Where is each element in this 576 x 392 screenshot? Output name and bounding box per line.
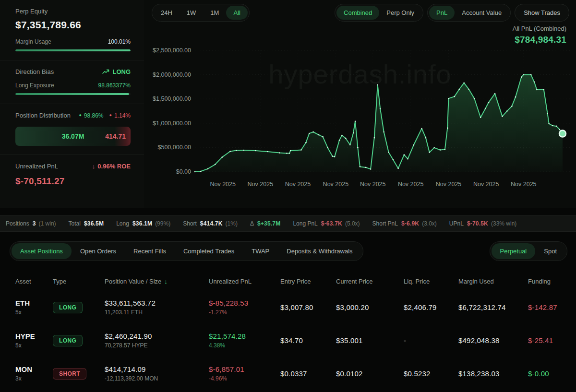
summary-long-pnl: Long PnL$-63.7K(5.0x) xyxy=(293,220,360,227)
tab-twap[interactable]: TWAP xyxy=(243,243,278,259)
positions-table: AssetTypePosition Value / Size↓Unrealize… xyxy=(0,272,576,390)
tab-combined[interactable]: Combined xyxy=(336,6,379,20)
tab-open-orders[interactable]: Open Orders xyxy=(72,243,125,259)
unrealized-pnl-label: Unrealized PnL xyxy=(15,163,58,170)
trend-up-icon xyxy=(102,69,109,74)
tab-perp-only[interactable]: Perp Only xyxy=(379,6,421,20)
svg-text:Nov 2025: Nov 2025 xyxy=(398,181,424,188)
svg-text:Nov 2025: Nov 2025 xyxy=(248,181,274,188)
margin-usage-value: 100.01% xyxy=(108,38,131,45)
long-pct: 98.86% xyxy=(84,112,104,119)
perp-equity-card: Perp Equity $7,351,789.66 Margin Usage 1… xyxy=(0,0,144,60)
tab-completed-trades[interactable]: Completed Trades xyxy=(175,243,243,259)
tab-deposits-withdrawals[interactable]: Deposits & Withdrawals xyxy=(278,243,361,259)
long-exposure-bar xyxy=(15,93,131,95)
svg-text:$2,500,000.00: $2,500,000.00 xyxy=(153,47,191,54)
direction-bias-card: Direction Bias LONG Long Exposure 98.863… xyxy=(0,60,144,104)
column-header-margin-used[interactable]: Margin Used xyxy=(458,278,528,285)
position-row-hype[interactable]: HYPE5xLONG$2,460,241.9070,278.57 HYPE$21… xyxy=(0,324,576,357)
distribution-bar: 36.07M 414.71 xyxy=(15,127,131,146)
direction-bias-value: LONG xyxy=(112,68,131,75)
short-dot-icon: ● xyxy=(109,113,112,118)
summary-total: Total$36.5M xyxy=(69,220,104,227)
margin-usage-label: Margin Usage xyxy=(15,38,51,45)
svg-text:$1,000,000.00: $1,000,000.00 xyxy=(153,120,191,127)
position-row-mon[interactable]: MON3xSHORT$414,714.09-12,113,392.00 MON$… xyxy=(0,357,576,390)
summary-positions: Positions3(1 win) xyxy=(6,220,56,227)
svg-text:$0.00: $0.00 xyxy=(176,168,191,175)
summary-long: Long$36.1M(99%) xyxy=(116,220,170,227)
section-tabs: Asset PositionsOpen OrdersRecent FillsCo… xyxy=(10,241,363,261)
svg-text:Nov 2025: Nov 2025 xyxy=(360,181,386,188)
table-header-row: AssetTypePosition Value / Size↓Unrealize… xyxy=(0,272,576,291)
tab-pnl[interactable]: PnL xyxy=(429,6,455,20)
positions-summary-bar: Positions3(1 win)Total$36.5MLong$36.1M(9… xyxy=(0,215,576,232)
unrealized-pnl-card: Unrealized PnL ↓ 0.96% ROE $-70,511.27 xyxy=(0,155,144,195)
svg-text:$500,000.00: $500,000.00 xyxy=(157,144,191,151)
margin-usage-bar xyxy=(15,49,131,51)
account-sidebar: Perp Equity $7,351,789.66 Margin Usage 1… xyxy=(0,0,144,208)
tab-24h[interactable]: 24H xyxy=(154,6,180,20)
time-range-tabs: 24H1W1MAll xyxy=(152,4,250,22)
svg-text:$1,500,000.00: $1,500,000.00 xyxy=(153,95,191,102)
tab-perpetual[interactable]: Perpetual xyxy=(492,243,536,259)
positions-section: Hyperdash Asset PositionsOpen OrdersRece… xyxy=(0,232,576,391)
summary-: Δ$+35.7M xyxy=(250,220,280,227)
svg-text:Nov 2025: Nov 2025 xyxy=(473,181,499,188)
column-header-entry-price[interactable]: Entry Price xyxy=(280,278,336,285)
position-distribution-card: Position Distribution ●98.86% ●1.14% 36.… xyxy=(0,104,144,155)
roe-down-arrow-icon: ↓ xyxy=(92,163,96,170)
unrealized-pnl-value: $-70,511.27 xyxy=(15,176,131,187)
column-header-position-value-size[interactable]: Position Value / Size↓ xyxy=(105,278,209,285)
combine-toggle: CombinedPerp Only xyxy=(335,4,423,22)
pnl-chart-panel: 24H1W1MAll CombinedPerp Only PnLAccount … xyxy=(144,0,576,208)
summary-upnl: UPnL$-70.5K(33% win) xyxy=(449,220,516,227)
show-trades-button[interactable]: Show Trades xyxy=(515,4,569,22)
pnl-chart-canvas[interactable]: $2,500,000.00$2,000,000.00$1,500,000.00$… xyxy=(147,27,573,196)
tab-1m[interactable]: 1M xyxy=(203,6,226,20)
column-header-liq-price[interactable]: Liq. Price xyxy=(404,278,458,285)
svg-text:Nov 2025: Nov 2025 xyxy=(285,181,311,188)
sort-down-icon: ↓ xyxy=(164,278,168,285)
roe-value: 0.96% ROE xyxy=(97,163,131,170)
svg-text:Nov 2025: Nov 2025 xyxy=(511,181,537,188)
column-header-current-price[interactable]: Current Price xyxy=(336,278,404,285)
direction-bias-label: Direction Bias xyxy=(15,68,54,75)
distribution-short-value: 414.71 xyxy=(105,127,126,146)
market-toggle: PerpetualSpot xyxy=(490,241,567,261)
column-header-asset[interactable]: Asset xyxy=(15,278,53,285)
section-tabs-row: Asset PositionsOpen OrdersRecent FillsCo… xyxy=(0,232,576,261)
column-header-funding[interactable]: Funding xyxy=(528,278,576,285)
summary-short: Short$414.7K(1%) xyxy=(183,220,238,227)
tab-account-value[interactable]: Account Value xyxy=(455,6,509,20)
svg-text:Nov 2025: Nov 2025 xyxy=(210,181,236,188)
table-body: ETH5xLONG$33,611,563.7211,203.11 ETH$-85… xyxy=(0,291,576,390)
perp-equity-label: Perp Equity xyxy=(15,8,131,15)
tab-spot[interactable]: Spot xyxy=(535,243,565,259)
tab-asset-positions[interactable]: Asset Positions xyxy=(12,243,72,259)
overview-panel: Perp Equity $7,351,789.66 Margin Usage 1… xyxy=(0,0,576,208)
summary-short-pnl: Short PnL$-6.9K(3.0x) xyxy=(372,220,437,227)
column-header-type[interactable]: Type xyxy=(53,278,105,285)
position-distribution-label: Position Distribution xyxy=(15,112,71,119)
position-row-eth[interactable]: ETH5xLONG$33,611,563.7211,203.11 ETH$-85… xyxy=(0,291,576,324)
tab-recent-fills[interactable]: Recent Fills xyxy=(125,243,175,259)
short-badge: SHORT xyxy=(53,368,86,380)
metric-toggle: PnLAccount Value xyxy=(427,4,511,22)
svg-text:Nov 2025: Nov 2025 xyxy=(436,181,462,188)
long-badge: LONG xyxy=(53,302,83,313)
column-header-unrealized-pnl[interactable]: Unrealized PnL xyxy=(209,278,280,285)
perp-equity-value: $7,351,789.66 xyxy=(15,19,131,31)
svg-text:Nov 2025: Nov 2025 xyxy=(323,181,349,188)
short-pct: 1.14% xyxy=(114,112,131,119)
long-dot-icon: ● xyxy=(79,113,81,118)
tab-1w[interactable]: 1W xyxy=(180,6,204,20)
tab-all[interactable]: All xyxy=(226,6,247,20)
svg-text:$2,000,000.00: $2,000,000.00 xyxy=(153,71,191,78)
chart-toolbar: 24H1W1MAll CombinedPerp Only PnLAccount … xyxy=(144,0,576,22)
long-exposure-value: 98.863377% xyxy=(98,82,131,89)
long-exposure-label: Long Exposure xyxy=(15,82,54,89)
long-badge: LONG xyxy=(53,335,83,346)
